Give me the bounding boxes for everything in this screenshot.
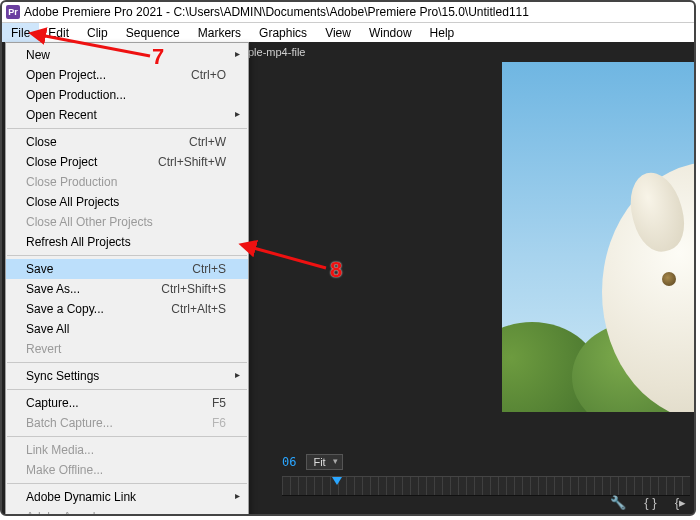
file-menu-adobe-dynamic-link[interactable]: Adobe Dynamic Link — [6, 487, 248, 507]
bracket-play-icon[interactable]: {▸ — [675, 495, 686, 510]
menu-item-label: Save a Copy... — [26, 302, 171, 316]
menu-item-shortcut: Ctrl+Shift+W — [158, 155, 226, 169]
file-menu-close-production: Close Production — [6, 172, 248, 192]
preview-eye — [662, 272, 676, 286]
file-menu-open-production[interactable]: Open Production... — [6, 85, 248, 105]
file-menu-sync-settings[interactable]: Sync Settings — [6, 366, 248, 386]
menu-item-shortcut: F5 — [212, 396, 226, 410]
file-menu-refresh-all-projects[interactable]: Refresh All Projects — [6, 232, 248, 252]
menu-item-label: Batch Capture... — [26, 416, 212, 430]
file-menu-open-project[interactable]: Open Project...Ctrl+O — [6, 65, 248, 85]
menubar: FileEditClipSequenceMarkersGraphicsViewW… — [2, 23, 694, 44]
menu-separator — [7, 389, 247, 390]
menu-separator — [7, 483, 247, 484]
bracket-icon[interactable]: { } — [644, 495, 656, 510]
menu-help[interactable]: Help — [421, 23, 464, 43]
timecode-row: 06 Fit — [282, 454, 343, 470]
file-menu-close-all-projects[interactable]: Close All Projects — [6, 192, 248, 212]
menu-item-label: Open Recent — [26, 108, 226, 122]
menu-item-label: Adobe Dynamic Link — [26, 490, 226, 504]
app-window: Pr Adobe Premiere Pro 2021 - C:\Users\AD… — [0, 0, 696, 516]
app-icon: Pr — [6, 5, 20, 19]
menu-clip[interactable]: Clip — [78, 23, 117, 43]
annotation-7: 7 — [152, 44, 164, 70]
program-monitor — [502, 62, 696, 412]
file-menu-link-media: Link Media... — [6, 440, 248, 460]
menu-item-shortcut: F6 — [212, 416, 226, 430]
menu-item-label: Close All Other Projects — [26, 215, 226, 229]
file-menu-save-as[interactable]: Save As...Ctrl+Shift+S — [6, 279, 248, 299]
menu-item-label: Close All Projects — [26, 195, 226, 209]
menu-item-label: Make Offline... — [26, 463, 226, 477]
menu-separator — [7, 436, 247, 437]
menu-item-label: Save As... — [26, 282, 161, 296]
window-title: Adobe Premiere Pro 2021 - C:\Users\ADMIN… — [24, 2, 529, 22]
menu-item-label: Sync Settings — [26, 369, 226, 383]
file-menu-dropdown: NewOpen Project...Ctrl+OOpen Production.… — [5, 42, 249, 516]
file-menu-close-project[interactable]: Close ProjectCtrl+Shift+W — [6, 152, 248, 172]
menu-item-label: Refresh All Projects — [26, 235, 226, 249]
file-menu-save-a-copy[interactable]: Save a Copy...Ctrl+Alt+S — [6, 299, 248, 319]
menu-item-label: Open Production... — [26, 88, 226, 102]
menu-item-shortcut: Ctrl+W — [189, 135, 226, 149]
file-menu-save-all[interactable]: Save All — [6, 319, 248, 339]
menu-item-label: Adobe Anywhere — [26, 510, 226, 516]
menu-window[interactable]: Window — [360, 23, 421, 43]
panel-tab[interactable]: ple-mp4-file — [242, 42, 311, 62]
ruler-ticks — [282, 477, 690, 495]
menu-item-label: Revert — [26, 342, 226, 356]
file-menu-capture[interactable]: Capture...F5 — [6, 393, 248, 413]
menu-item-shortcut: Ctrl+Alt+S — [171, 302, 226, 316]
menu-view[interactable]: View — [316, 23, 360, 43]
timeline-ruler[interactable] — [282, 476, 690, 496]
file-menu-adobe-anywhere: Adobe Anywhere — [6, 507, 248, 516]
menu-item-label: New — [26, 48, 226, 62]
menu-item-label: Close — [26, 135, 189, 149]
status-icons: 🔧 { } {▸ — [610, 495, 686, 510]
menu-item-label: Close Project — [26, 155, 158, 169]
menu-separator — [7, 255, 247, 256]
file-menu-revert: Revert — [6, 339, 248, 359]
menu-item-label: Save — [26, 262, 192, 276]
wrench-icon[interactable]: 🔧 — [610, 495, 626, 510]
file-menu-close[interactable]: CloseCtrl+W — [6, 132, 248, 152]
menu-item-label: Close Production — [26, 175, 226, 189]
menu-item-label: Save All — [26, 322, 226, 336]
menu-item-label: Link Media... — [26, 443, 226, 457]
file-menu-make-offline: Make Offline... — [6, 460, 248, 480]
annotation-8: 8 — [330, 257, 342, 283]
menu-item-shortcut: Ctrl+Shift+S — [161, 282, 226, 296]
timecode-display[interactable]: 06 — [282, 455, 296, 469]
menu-separator — [7, 362, 247, 363]
menu-item-label: Open Project... — [26, 68, 191, 82]
playhead-icon[interactable] — [332, 477, 342, 485]
menu-item-shortcut: Ctrl+S — [192, 262, 226, 276]
menu-markers[interactable]: Markers — [189, 23, 250, 43]
zoom-fit-dropdown[interactable]: Fit — [306, 454, 342, 470]
menu-item-shortcut: Ctrl+O — [191, 68, 226, 82]
file-menu-close-all-other-projects: Close All Other Projects — [6, 212, 248, 232]
menu-edit[interactable]: Edit — [39, 23, 78, 43]
menu-sequence[interactable]: Sequence — [117, 23, 189, 43]
menu-separator — [7, 128, 247, 129]
menu-file[interactable]: File — [2, 23, 39, 43]
file-menu-save[interactable]: SaveCtrl+S — [6, 259, 248, 279]
menu-item-label: Capture... — [26, 396, 212, 410]
file-menu-batch-capture: Batch Capture...F6 — [6, 413, 248, 433]
file-menu-open-recent[interactable]: Open Recent — [6, 105, 248, 125]
file-menu-new[interactable]: New — [6, 45, 248, 65]
titlebar: Pr Adobe Premiere Pro 2021 - C:\Users\AD… — [2, 2, 694, 23]
menu-graphics[interactable]: Graphics — [250, 23, 316, 43]
